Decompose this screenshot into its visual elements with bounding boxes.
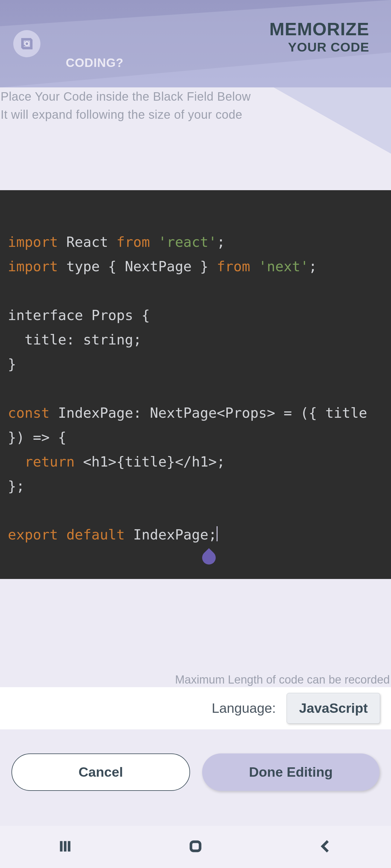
recent-apps-icon[interactable] xyxy=(57,838,73,855)
header-title-line1: MEMORIZE xyxy=(270,19,369,39)
instruction-text: Place Your Code inside the Black Field B… xyxy=(0,87,251,124)
svg-rect-4 xyxy=(191,842,200,851)
back-icon[interactable] xyxy=(318,838,334,855)
system-nav-bar xyxy=(0,826,391,868)
header-title-line2: YOUR CODE xyxy=(288,40,369,55)
language-row: Language: JavaScript xyxy=(0,687,391,730)
instruction-line1: Place Your Code inside the Black Field B… xyxy=(1,87,251,105)
max-length-note: Maximum Length of code can be recorded xyxy=(175,673,390,686)
cancel-button[interactable]: Cancel xyxy=(11,753,190,791)
instruction-line2: It will expand following the size of you… xyxy=(1,105,251,124)
language-select-button[interactable]: JavaScript xyxy=(287,693,380,724)
code-editor[interactable]: import React from 'react'; import type {… xyxy=(0,190,391,579)
app-logo-icon xyxy=(13,30,40,57)
action-button-row: Cancel Done Editing xyxy=(0,753,391,791)
language-label: Language: xyxy=(212,701,276,716)
done-editing-button[interactable]: Done Editing xyxy=(202,753,380,791)
app-header: CODING? MEMORIZE YOUR CODE xyxy=(0,0,391,87)
home-icon[interactable] xyxy=(188,838,203,855)
brand-question: CODING? xyxy=(66,56,123,70)
